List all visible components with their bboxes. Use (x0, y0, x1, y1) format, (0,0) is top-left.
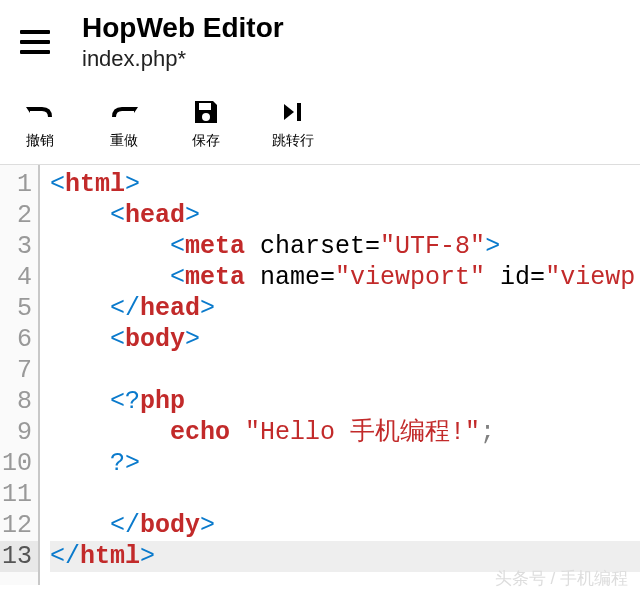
save-label: 保存 (192, 132, 220, 150)
svg-point-1 (202, 113, 210, 121)
code-line[interactable]: <head> (50, 200, 640, 231)
line-number: 2 (0, 200, 38, 231)
line-number: 11 (0, 479, 38, 510)
line-number: 3 (0, 231, 38, 262)
save-button[interactable]: 保存 (192, 98, 220, 150)
watermark: 头条号 / 手机编程 (495, 567, 628, 590)
goto-line-label: 跳转行 (272, 132, 314, 150)
save-icon (193, 98, 219, 126)
line-number-gutter: 12345678910111213 (0, 165, 40, 585)
line-number: 5 (0, 293, 38, 324)
undo-button[interactable]: 撤销 (24, 98, 56, 150)
goto-line-icon (280, 98, 306, 126)
line-number: 8 (0, 386, 38, 417)
line-number: 7 (0, 355, 38, 386)
undo-label: 撤销 (26, 132, 54, 150)
code-line[interactable]: <?php (50, 386, 640, 417)
code-line[interactable]: </head> (50, 293, 640, 324)
code-line[interactable]: <html> (50, 169, 640, 200)
code-line[interactable]: ?> (50, 448, 640, 479)
code-line[interactable] (50, 479, 640, 510)
app-header: HopWeb Editor index.php* (0, 0, 640, 84)
line-number: 4 (0, 262, 38, 293)
redo-label: 重做 (110, 132, 138, 150)
svg-rect-0 (199, 103, 211, 110)
line-number: 1 (0, 169, 38, 200)
hamburger-menu-icon[interactable] (20, 30, 50, 54)
line-number: 10 (0, 448, 38, 479)
goto-line-button[interactable]: 跳转行 (272, 98, 314, 150)
file-name: index.php* (82, 46, 620, 72)
code-editor[interactable]: 12345678910111213 <html> <head> <meta ch… (0, 165, 640, 585)
code-area[interactable]: <html> <head> <meta charset="UTF-8"> <me… (40, 165, 640, 585)
line-number: 12 (0, 510, 38, 541)
line-number: 13 (0, 541, 38, 572)
line-number: 9 (0, 417, 38, 448)
redo-icon (108, 98, 140, 126)
code-line[interactable] (50, 355, 640, 386)
svg-rect-2 (297, 103, 301, 121)
code-line[interactable]: <meta name="viewport" id="viewp (50, 262, 640, 293)
title-block: HopWeb Editor index.php* (82, 12, 620, 72)
code-line[interactable]: echo "Hello 手机编程!"; (50, 417, 640, 448)
code-line[interactable]: </body> (50, 510, 640, 541)
code-line[interactable]: <body> (50, 324, 640, 355)
app-title: HopWeb Editor (82, 12, 620, 44)
redo-button[interactable]: 重做 (108, 98, 140, 150)
code-line[interactable]: <meta charset="UTF-8"> (50, 231, 640, 262)
undo-icon (24, 98, 56, 126)
line-number: 6 (0, 324, 38, 355)
toolbar: 撤销 重做 保存 跳转行 (0, 84, 640, 165)
